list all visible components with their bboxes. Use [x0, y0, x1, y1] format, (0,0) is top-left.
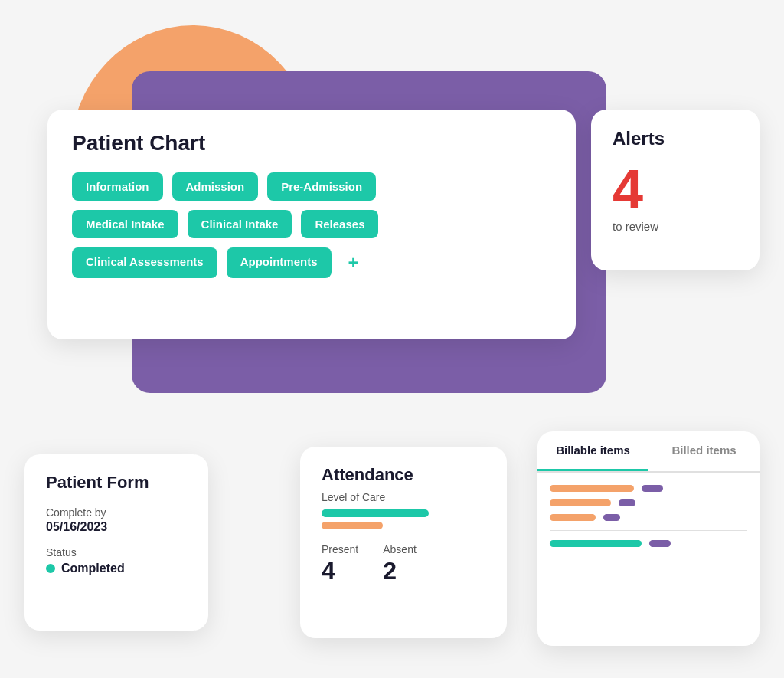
absent-stat: Absent 2 — [383, 543, 416, 585]
alerts-title: Alerts — [612, 128, 665, 149]
patient-form-title: Patient Form — [46, 473, 187, 493]
present-stat: Present 4 — [322, 543, 358, 585]
bar-orange — [322, 522, 383, 529]
billing-card: Billable items Billed items — [537, 431, 760, 646]
tab-billed-items[interactable]: Billed items — [648, 431, 760, 471]
billing-bar-orange-long — [550, 485, 634, 492]
tag-plus-button[interactable]: + — [341, 247, 367, 278]
tags-row-2: Medical Intake Clinical Intake Releases — [72, 210, 551, 238]
complete-by-date: 05/16/2023 — [46, 520, 187, 534]
status-dot-icon — [46, 564, 55, 573]
billing-bar-orange-med — [550, 499, 611, 506]
alerts-card: Alerts 4 to review — [591, 110, 760, 270]
attendance-title: Attendance — [322, 465, 485, 485]
patient-chart-card: Patient Chart Information Admission Pre-… — [47, 110, 576, 339]
billing-divider — [550, 530, 747, 531]
absent-label: Absent — [383, 543, 416, 555]
present-label: Present — [322, 543, 358, 555]
tag-clinical-assessments[interactable]: Clinical Assessments — [72, 247, 217, 278]
absent-count: 2 — [383, 557, 416, 585]
tags-row-3: Clinical Assessments Appointments + — [72, 247, 551, 278]
billing-dot-purple-2 — [619, 499, 635, 506]
scene: Patient Chart Information Admission Pre-… — [24, 25, 760, 653]
billing-bar-teal — [550, 540, 642, 547]
billing-tabs: Billable items Billed items — [537, 431, 760, 473]
tag-admission[interactable]: Admission — [172, 172, 259, 201]
billing-row-2 — [550, 499, 747, 506]
billing-dot-purple-3 — [603, 514, 620, 521]
attendance-card: Attendance Level of Care Present 4 Absen… — [300, 447, 507, 638]
tag-appointments[interactable]: Appointments — [227, 247, 332, 278]
billing-bar-orange-short — [550, 514, 596, 521]
status-text: Completed — [61, 562, 125, 575]
complete-by-label: Complete by — [46, 506, 187, 519]
billing-dot-purple-1 — [642, 485, 663, 492]
patient-form-card: Patient Form Complete by 05/16/2023 Stat… — [24, 454, 208, 631]
tag-releases[interactable]: Releases — [301, 210, 378, 238]
billing-row-1 — [550, 485, 747, 492]
tag-pre-admission[interactable]: Pre-Admission — [267, 172, 376, 201]
status-label: Status — [46, 546, 187, 558]
tags-row-1: Information Admission Pre-Admission — [72, 172, 551, 201]
present-count: 4 — [322, 557, 358, 585]
billing-content — [537, 473, 760, 559]
attendance-stats: Present 4 Absent 2 — [322, 543, 485, 585]
alerts-count: 4 — [612, 162, 643, 217]
billing-row-4 — [550, 540, 747, 547]
tag-clinical-intake[interactable]: Clinical Intake — [188, 210, 292, 238]
bar-teal — [322, 509, 429, 517]
billing-row-3 — [550, 514, 747, 521]
tab-billable-items[interactable]: Billable items — [537, 431, 648, 471]
level-of-care-label: Level of Care — [322, 491, 485, 503]
patient-chart-title: Patient Chart — [72, 131, 551, 156]
tag-medical-intake[interactable]: Medical Intake — [72, 210, 178, 238]
status-value: Completed — [46, 562, 187, 575]
alerts-subtitle: to review — [612, 220, 658, 233]
attendance-bars — [322, 509, 485, 529]
billing-dot-purple-4 — [649, 540, 671, 547]
tag-information[interactable]: Information — [72, 172, 163, 201]
